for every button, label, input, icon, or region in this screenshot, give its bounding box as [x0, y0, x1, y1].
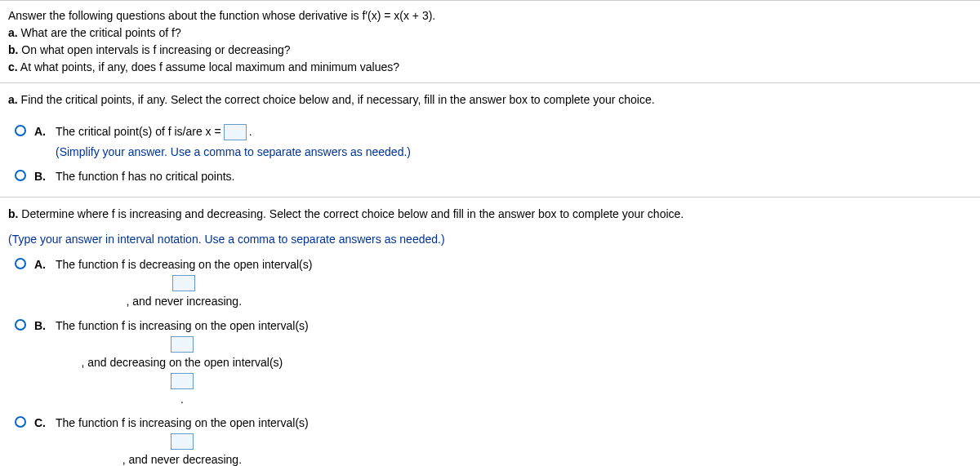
- part-b-prompt: b. Determine where f is increasing and d…: [8, 204, 972, 224]
- radio-a-B[interactable]: [15, 170, 26, 181]
- b-A-before: The function f is decreasing on the open…: [56, 255, 312, 275]
- intro-text: Answer the following questions about the…: [8, 7, 972, 24]
- b-A-after: , and never increasing.: [126, 291, 242, 312]
- part-a-prompt-text: Find the critical points, if any. Select…: [21, 93, 655, 106]
- radio-b-C[interactable]: [15, 416, 26, 428]
- part-a-label: a.: [8, 93, 18, 106]
- header-a-text: What are the critical points of f?: [21, 26, 181, 39]
- answer-box-b-C[interactable]: [171, 433, 194, 450]
- a-B-text: The function f has no critical points.: [56, 166, 234, 187]
- choice-content-b-C: The function f is increasing on the open…: [56, 413, 309, 466]
- radio-b-B[interactable]: [15, 319, 26, 331]
- part-a-prompt: a. Find the critical points, if any. Sel…: [8, 90, 972, 110]
- header-part-a: a. What are the critical points of f?: [8, 24, 972, 42]
- choice-label-a-A: A.: [34, 122, 49, 142]
- a-A-hint: (Simplify your answer. Use a comma to se…: [56, 142, 411, 162]
- part-b-choice-c: C. The function f is increasing on the o…: [15, 413, 972, 466]
- answer-box-b-A[interactable]: [172, 275, 195, 291]
- radio-a-A[interactable]: [15, 125, 26, 136]
- answer-box-a-A[interactable]: [224, 124, 247, 140]
- choice-content-a-A: The critical point(s) of f is/are x = . …: [56, 122, 411, 162]
- answer-box-b-B-2[interactable]: [171, 373, 194, 389]
- label-b: b.: [8, 43, 18, 56]
- part-b-section: b. Determine where f is increasing and d…: [0, 197, 980, 466]
- choice-label-b-C: C.: [34, 413, 49, 433]
- a-A-after: .: [249, 122, 252, 142]
- choice-label-b-B: B.: [34, 316, 49, 336]
- question-header: Answer the following questions about the…: [0, 0, 980, 83]
- a-A-before: The critical point(s) of f is/are x =: [56, 122, 221, 142]
- part-a-section: a. Find the critical points, if any. Sel…: [0, 83, 980, 197]
- answer-box-b-B-1[interactable]: [171, 336, 194, 353]
- part-a-choice-b: B. The function f has no critical points…: [15, 166, 972, 187]
- part-b-hint: (Type your answer in interval notation. …: [8, 229, 972, 250]
- choice-content-b-B: The function f is increasing on the open…: [56, 316, 309, 411]
- choice-content-a-B: The function f has no critical points.: [56, 166, 234, 187]
- b-C-after: , and never decreasing.: [122, 450, 242, 466]
- part-b-choice-b: B. The function f is increasing on the o…: [15, 316, 972, 411]
- header-c-text: At what points, if any, does f assume lo…: [20, 60, 399, 73]
- part-b-choice-a: A. The function f is decreasing on the o…: [15, 255, 972, 312]
- radio-b-A[interactable]: [15, 258, 26, 269]
- choice-label-a-B: B.: [34, 166, 49, 187]
- part-b-label: b.: [8, 207, 18, 220]
- choice-content-b-A: The function f is decreasing on the open…: [56, 255, 312, 312]
- label-c: c.: [8, 60, 18, 73]
- b-C-before: The function f is increasing on the open…: [56, 413, 309, 433]
- b-B-mid: , and decreasing on the open interval(s): [82, 353, 283, 373]
- part-a-choice-a: A. The critical point(s) of f is/are x =…: [15, 122, 972, 162]
- header-b-text: On what open intervals is f increasing o…: [21, 43, 290, 56]
- label-a: a.: [8, 26, 18, 39]
- choice-label-b-A: A.: [34, 255, 49, 275]
- b-B-before: The function f is increasing on the open…: [56, 316, 309, 336]
- part-b-prompt-text: Determine where f is increasing and decr…: [21, 207, 684, 220]
- header-part-c: c. At what points, if any, does f assume…: [8, 59, 972, 76]
- header-part-b: b. On what open intervals is f increasin…: [8, 42, 972, 59]
- b-B-after: .: [180, 389, 184, 410]
